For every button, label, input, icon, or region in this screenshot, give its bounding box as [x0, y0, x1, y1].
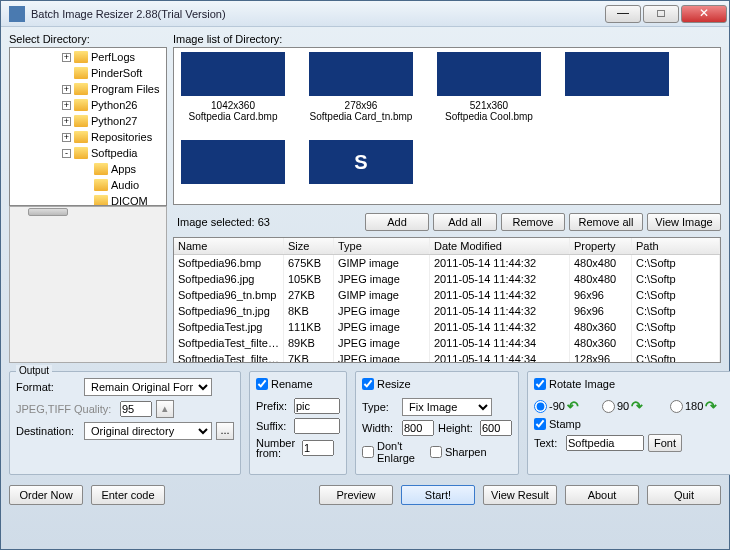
enter-code-button[interactable]: Enter code	[91, 485, 165, 505]
remove-all-button[interactable]: Remove all	[569, 213, 643, 231]
table-row[interactable]: SoftpediaTest.jpg111KBJPEG image2011-05-…	[174, 319, 720, 335]
directory-tree[interactable]: +PerfLogsPinderSoft+Program Files+Python…	[9, 47, 167, 206]
thumbnail[interactable]: 1042x360Softpedia Card.bmp	[178, 52, 288, 122]
dont-enlarge-checkbox[interactable]: Don't Enlarge	[362, 440, 426, 464]
rename-group: Rename Prefix: Suffix: Number from:	[249, 371, 347, 475]
rotate-p180[interactable]: 180↷	[670, 398, 730, 414]
thumbnail[interactable]	[562, 52, 672, 122]
resize-group: Resize Type:Fix Image Width: Height: Don…	[355, 371, 519, 475]
stamp-text-input[interactable]	[566, 435, 644, 451]
folder-icon	[74, 83, 88, 95]
table-row[interactable]: Softpedia96_tn.jpg8KBJPEG image2011-05-1…	[174, 303, 720, 319]
selection-count: Image selected: 63	[173, 216, 270, 228]
quit-button[interactable]: Quit	[647, 485, 721, 505]
rename-checkbox[interactable]: Rename	[256, 378, 313, 390]
preview-button[interactable]: Preview	[319, 485, 393, 505]
titlebar[interactable]: Batch Image Resizer 2.88(Trial Version) …	[1, 1, 729, 27]
col-name[interactable]: Name	[174, 238, 284, 254]
output-title: Output	[16, 365, 52, 376]
window-title: Batch Image Resizer 2.88(Trial Version)	[31, 8, 605, 20]
rotate-n90[interactable]: -90↶	[534, 398, 598, 414]
number-from-input[interactable]	[302, 440, 334, 456]
add-all-button[interactable]: Add all	[433, 213, 497, 231]
col-date[interactable]: Date Modified	[430, 238, 570, 254]
folder-icon	[74, 147, 88, 159]
table-row[interactable]: SoftpediaTest_filter...89KBJPEG image201…	[174, 335, 720, 351]
start-button[interactable]: Start!	[401, 485, 475, 505]
tree-item[interactable]: Apps	[10, 161, 166, 177]
col-path[interactable]: Path	[632, 238, 720, 254]
col-property[interactable]: Property	[570, 238, 632, 254]
tree-item[interactable]: +Repositories	[10, 129, 166, 145]
format-select[interactable]: Remain Original Format	[84, 378, 212, 396]
about-button[interactable]: About	[565, 485, 639, 505]
resize-checkbox[interactable]: Resize	[362, 378, 411, 390]
app-window: Batch Image Resizer 2.88(Trial Version) …	[0, 0, 730, 550]
folder-icon	[74, 115, 88, 127]
dest-select[interactable]: Original directory	[84, 422, 212, 440]
height-input[interactable]	[480, 420, 512, 436]
output-group: Output Format: Remain Original Format JP…	[9, 371, 241, 475]
thumbnail[interactable]: 278x96Softpedia Card_tn.bmp	[306, 52, 416, 122]
folder-icon	[94, 163, 108, 175]
select-directory-label: Select Directory:	[9, 33, 167, 45]
dest-label: Destination:	[16, 425, 80, 437]
folder-icon	[74, 51, 88, 63]
stamp-checkbox[interactable]: Stamp	[534, 418, 598, 430]
table-row[interactable]: Softpedia96.jpg105KBJPEG image2011-05-14…	[174, 271, 720, 287]
folder-icon	[74, 99, 88, 111]
quality-input[interactable]	[120, 401, 152, 417]
folder-icon	[94, 195, 108, 206]
quality-spin[interactable]: ▴	[156, 400, 174, 418]
thumbnail[interactable]: 521x360Softpedia Cool.bmp	[434, 52, 544, 122]
tree-item[interactable]: PinderSoft	[10, 65, 166, 81]
minimize-button[interactable]: —	[605, 5, 641, 23]
width-label: Width:	[362, 422, 398, 434]
tree-item[interactable]: DICOM	[10, 193, 166, 206]
tree-item[interactable]: +Python27	[10, 113, 166, 129]
close-button[interactable]: ✕	[681, 5, 727, 23]
image-list-label: Image list of Directory:	[173, 33, 721, 45]
order-now-button[interactable]: Order Now	[9, 485, 83, 505]
rotate-checkbox[interactable]: Rotate Image	[534, 378, 615, 390]
rotate-group: Rotate Image -90↶ 90↷ 180↷ Stamp Text: F…	[527, 371, 730, 475]
height-label: Height:	[438, 422, 476, 434]
table-row[interactable]: Softpedia96.bmp675KBGIMP image2011-05-14…	[174, 255, 720, 271]
file-table[interactable]: Name Size Type Date Modified Property Pa…	[173, 237, 721, 363]
tree-item[interactable]: -Softpedia	[10, 145, 166, 161]
table-row[interactable]: SoftpediaTest_filter...7KBJPEG image2011…	[174, 351, 720, 363]
font-button[interactable]: Font	[648, 434, 682, 452]
tree-item[interactable]: Audio	[10, 177, 166, 193]
sharpen-checkbox[interactable]: Sharpen	[430, 446, 494, 458]
view-image-button[interactable]: View Image	[647, 213, 721, 231]
thumbnail-panel[interactable]: 1042x360Softpedia Card.bmp278x96Softpedi…	[173, 47, 721, 205]
quality-label: JPEG,TIFF Quality:	[16, 403, 116, 415]
tree-item[interactable]: +PerfLogs	[10, 49, 166, 65]
folder-icon	[74, 67, 88, 79]
tree-hscroll[interactable]	[9, 206, 167, 363]
table-row[interactable]: Softpedia96_tn.bmp27KBGIMP image2011-05-…	[174, 287, 720, 303]
app-icon	[9, 6, 25, 22]
tree-item[interactable]: +Python26	[10, 97, 166, 113]
folder-icon	[94, 179, 108, 191]
col-size[interactable]: Size	[284, 238, 334, 254]
resize-type-label: Type:	[362, 401, 398, 413]
width-input[interactable]	[402, 420, 434, 436]
rotate-p90[interactable]: 90↷	[602, 398, 666, 414]
suffix-label: Suffix:	[256, 420, 290, 432]
add-button[interactable]: Add	[365, 213, 429, 231]
prefix-input[interactable]	[294, 398, 340, 414]
thumbnail[interactable]	[178, 140, 288, 188]
view-result-button[interactable]: View Result	[483, 485, 557, 505]
prefix-label: Prefix:	[256, 400, 290, 412]
col-type[interactable]: Type	[334, 238, 430, 254]
maximize-button[interactable]: □	[643, 5, 679, 23]
dest-browse-button[interactable]: ...	[216, 422, 234, 440]
number-from-label: Number from:	[256, 438, 298, 458]
remove-button[interactable]: Remove	[501, 213, 565, 231]
suffix-input[interactable]	[294, 418, 340, 434]
folder-icon	[74, 131, 88, 143]
tree-item[interactable]: +Program Files	[10, 81, 166, 97]
thumbnail[interactable]: S	[306, 140, 416, 188]
resize-type-select[interactable]: Fix Image	[402, 398, 492, 416]
